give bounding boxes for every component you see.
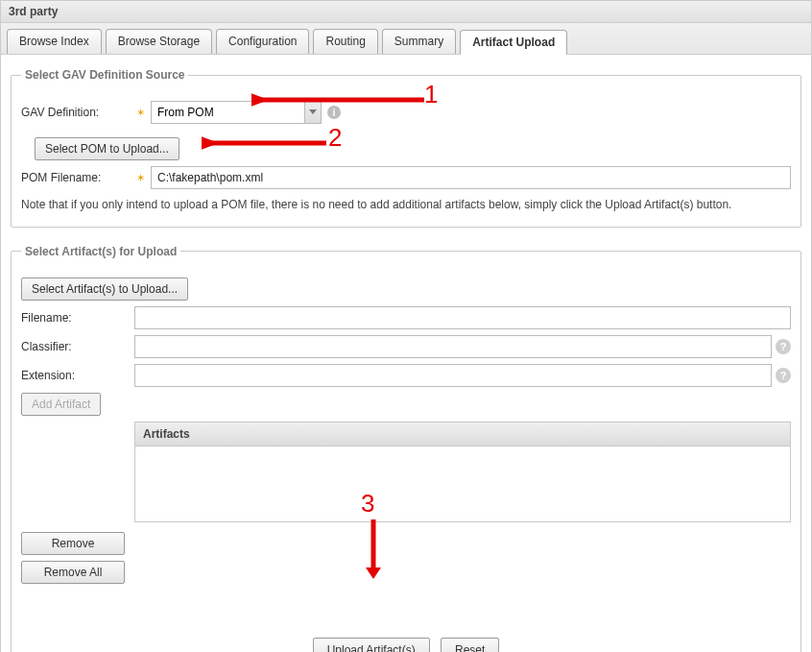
artifact-legend: Select Artifact(s) for Upload [21,245,180,258]
artifact-upload-group: Select Artifact(s) for Upload Select Art… [11,245,801,652]
required-star-icon: ✶ [136,172,145,184]
filename-input[interactable] [134,306,791,329]
panel-title: 3rd party [0,0,812,22]
gav-note-text: Note that if you only intend to upload a… [21,197,791,213]
chevron-down-icon[interactable] [304,101,322,124]
artifacts-list-panel: Artifacts [134,422,791,522]
tabs-bar: Browse Index Browse Storage Configuratio… [0,22,812,55]
tab-artifact-upload[interactable]: Artifact Upload [460,30,567,55]
remove-all-button[interactable]: Remove All [21,561,125,584]
svg-marker-4 [366,567,381,579]
extension-label: Extension: [21,369,134,382]
gav-definition-group: Select GAV Definition Source GAV Definit… [11,68,801,228]
gav-definition-label: GAV Definition: [21,106,134,119]
tab-configuration[interactable]: Configuration [216,29,309,54]
select-pom-button[interactable]: Select POM to Upload... [35,137,179,160]
gav-definition-select[interactable] [151,101,304,124]
select-artifacts-button[interactable]: Select Artifact(s) to Upload... [21,278,188,301]
help-icon[interactable]: ? [776,368,791,383]
extension-input[interactable] [134,364,772,387]
add-artifact-button[interactable]: Add Artifact [21,393,101,416]
required-star-icon: ✶ [136,107,145,119]
classifier-input[interactable] [134,335,772,358]
svg-marker-0 [309,109,317,114]
info-icon: i [327,106,341,119]
artifacts-list-header: Artifacts [135,423,790,447]
tab-routing[interactable]: Routing [313,29,377,54]
pom-filename-label: POM Filename: [21,171,134,184]
help-icon[interactable]: ? [776,339,791,354]
filename-label: Filename: [21,311,134,325]
annotation-arrow-3 [360,516,387,583]
tab-summary[interactable]: Summary [382,29,456,54]
classifier-label: Classifier: [21,340,134,353]
tab-browse-storage[interactable]: Browse Storage [106,29,212,54]
artifacts-list-body[interactable] [135,447,790,521]
remove-button[interactable]: Remove [21,532,125,555]
pom-filename-input[interactable] [151,166,791,189]
tab-browse-index[interactable]: Browse Index [7,29,102,54]
reset-button[interactable]: Reset [441,638,499,652]
gav-legend: Select GAV Definition Source [21,68,188,82]
upload-artifacts-button[interactable]: Upload Artifact(s) [313,638,430,652]
content-area: Select GAV Definition Source GAV Definit… [0,55,812,652]
